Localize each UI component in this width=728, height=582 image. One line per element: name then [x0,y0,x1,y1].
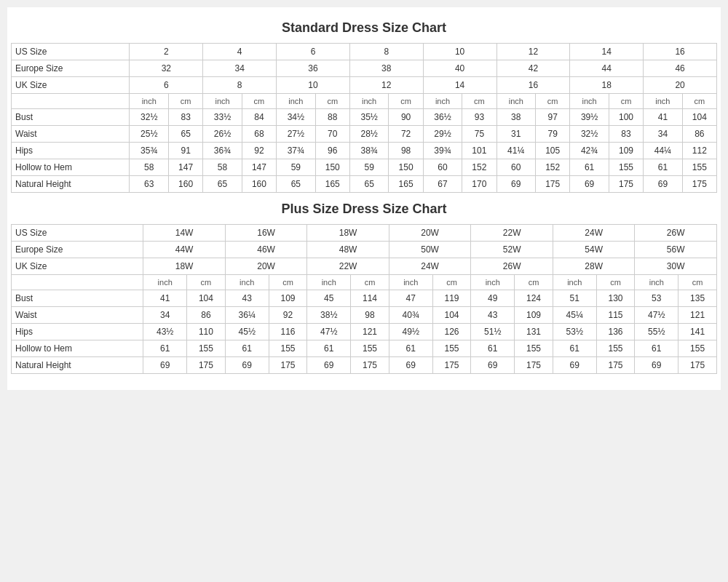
cell-value: 34½ [277,109,316,126]
cell-value: 152 [462,159,496,176]
table-row: Waist25½6526½6827½7028½7229½75317932½833… [12,126,717,143]
cell-value: 165 [389,176,423,193]
cell-value: 59 [349,159,389,176]
standard-uk-8: 8 [203,77,277,94]
standard-us-2: 2 [130,44,203,60]
plus-sub-inch-6: inch [553,275,596,290]
plus-uk-30w: 30W [635,258,717,275]
cell-value: 33½ [203,109,242,126]
cell-value: 72 [389,126,423,143]
cell-value: 155 [609,159,643,176]
row-label: Hollow to Hem [12,340,143,357]
standard-us-16: 16 [644,44,717,60]
cell-value: 175 [596,357,635,374]
cell-value: 84 [242,109,276,126]
cell-value: 65 [203,176,242,193]
cell-value: 69 [471,357,515,374]
cell-value: 61 [225,340,269,357]
cell-value: 61 [389,340,432,357]
cell-value: 147 [169,159,203,176]
cell-value: 119 [432,290,471,307]
plus-sub-cm-3: cm [351,275,389,290]
cell-value: 175 [269,357,307,374]
cell-value: 68 [242,126,276,143]
cell-value: 61 [553,340,596,357]
plus-uk-26w: 26W [471,258,553,275]
cell-value: 98 [351,307,389,324]
cell-value: 53 [635,290,678,307]
cell-value: 97 [536,109,570,126]
cell-value: 51 [553,290,596,307]
plus-us-18w: 18W [307,225,389,242]
cell-value: 47½ [635,307,678,324]
plus-us-24w: 24W [553,225,635,242]
cell-value: 25½ [130,126,169,143]
standard-us-row: US Size 2 4 6 8 10 12 14 16 [12,44,717,60]
cell-value: 112 [682,143,716,159]
standard-eu-44: 44 [570,60,644,77]
plus-sub-cm-5: cm [515,275,553,290]
standard-eu-32: 32 [130,60,203,77]
plus-us-22w: 22W [471,225,553,242]
cell-value: 92 [269,307,307,324]
plus-eu-52w: 52W [471,242,553,258]
plus-uk-row: UK Size 18W 20W 22W 24W 26W 28W 30W [12,258,717,275]
cell-value: 32½ [570,126,609,143]
cell-value: 70 [315,126,349,143]
sub-inch-2: inch [203,94,242,109]
plus-eu-56w: 56W [635,242,717,258]
sub-inch-8: inch [644,94,683,109]
cell-value: 98 [389,143,423,159]
standard-us-label: US Size [12,44,130,60]
cell-value: 67 [423,176,462,193]
cell-value: 65 [169,126,203,143]
cell-value: 61 [635,340,678,357]
cell-value: 51½ [471,324,515,340]
standard-us-4: 4 [203,44,277,60]
cell-value: 155 [596,340,635,357]
cell-value: 150 [315,159,349,176]
row-label: Hips [12,143,130,159]
plus-eu-row: Europe Size 44W 46W 48W 50W 52W 54W 56W [12,242,717,258]
cell-value: 43 [225,290,269,307]
cell-value: 69 [644,176,683,193]
cell-value: 41¼ [496,143,536,159]
cell-value: 175 [678,357,717,374]
cell-value: 53½ [553,324,596,340]
sub-cm-3: cm [315,94,349,109]
plus-chart-title: Plus Size Dress Size Chart [11,202,717,217]
cell-value: 38 [496,109,536,126]
row-label: Hollow to Hem [12,159,130,176]
cell-value: 27½ [277,126,316,143]
plus-us-26w: 26W [635,225,717,242]
standard-eu-36: 36 [277,60,350,77]
cell-value: 150 [389,159,423,176]
standard-uk-label: UK Size [12,77,130,94]
plus-us-row: US Size 14W 16W 18W 20W 22W 24W 26W [12,225,717,242]
cell-value: 61 [471,340,515,357]
cell-value: 86 [682,126,716,143]
cell-value: 61 [143,340,187,357]
plus-sub-cm-4: cm [432,275,471,290]
row-label: Natural Height [12,176,130,193]
standard-uk-6: 6 [130,77,203,94]
plus-eu-44w: 44W [143,242,226,258]
cell-value: 141 [678,324,717,340]
cell-value: 69 [225,357,269,374]
cell-value: 63 [130,176,169,193]
row-label: Natural Height [12,357,143,374]
cell-value: 155 [432,340,471,357]
cell-value: 38½ [307,307,351,324]
row-label: Hips [12,324,143,340]
cell-value: 175 [432,357,471,374]
plus-uk-label: UK Size [12,258,143,275]
cell-value: 69 [389,357,432,374]
cell-value: 41 [143,290,187,307]
cell-value: 58 [130,159,169,176]
cell-value: 88 [315,109,349,126]
sub-inch-7: inch [570,94,609,109]
sub-inch-3: inch [277,94,316,109]
cell-value: 55½ [635,324,678,340]
cell-value: 175 [351,357,389,374]
plus-eu-50w: 50W [389,242,471,258]
